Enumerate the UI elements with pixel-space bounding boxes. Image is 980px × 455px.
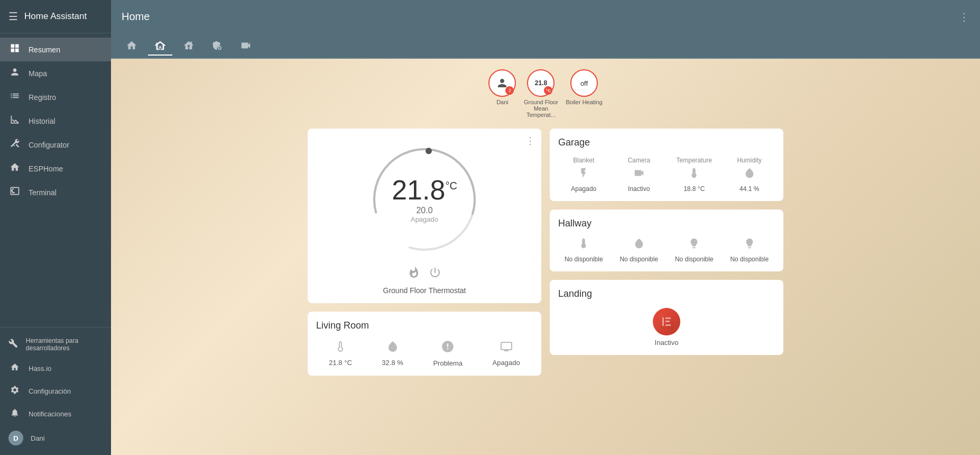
living-room-title: Living Room [316,320,533,331]
dani-badge-circle: 2 [488,69,516,97]
badge-boiler[interactable]: off Boiler Heating [566,69,602,118]
tab-home1[interactable] [119,37,144,56]
dani-badge-dot: 2 [505,86,514,95]
boiler-badge-label: Boiler Heating [566,99,602,105]
video-icon [633,167,645,182]
garage-card: Garage Blanket Apagado Camera [550,129,783,201]
svg-rect-5 [665,317,671,319]
badge-ground-floor[interactable]: 21.8 °C Ground Floor Mean Temperat... [522,69,559,118]
garage-humidity-label: Humidity [737,157,762,164]
gear-icon [8,385,21,397]
sidebar-item-hass[interactable]: Hass.io [0,357,111,380]
garage-sensor-humidity[interactable]: Humidity 44.1 % [724,157,775,193]
garage-sensor-camera[interactable]: Camera Inactivo [614,157,665,193]
thermostat-unit: °C [445,180,457,192]
dani-badge-label: Dani [496,99,509,105]
sidebar-item-terminal[interactable]: Terminal [0,180,111,204]
sidebar-header: ☰ Home Assistant [0,0,111,33]
tools-icon [8,339,19,351]
ground-floor-badge-circle: 21.8 °C [527,69,554,97]
thermostat-mode: Apagado [392,215,457,223]
hallway-sensor-0-value: No disponible [565,256,603,263]
sidebar-bottom: Herramientas para desarrolladores Hass.i… [0,327,111,455]
sidebar-item-registro[interactable]: Registro [0,85,111,109]
tab-camera[interactable] [234,37,258,56]
thermometer-icon-hallway [578,238,589,252]
sidebar-item-herramientas[interactable]: Herramientas para desarrolladores [0,332,111,357]
page-title: Home [122,11,150,23]
grid-icon [8,43,21,56]
hallway-sensors: No disponible No disponible [558,238,775,263]
sidebar: ☰ Home Assistant Resumen Mapa Registro [0,0,111,455]
garage-camera-label: Camera [627,157,650,164]
lr-sensor-problem-value: Problema [433,359,463,367]
sidebar-item-notificaciones[interactable]: Notificaciones [0,403,111,425]
home-icon [8,162,21,175]
garage-title: Garage [558,137,775,148]
lr-sensor-humidity[interactable]: 32.8 % [382,340,403,367]
lr-sensor-temperature[interactable]: 21.8 °C [329,340,352,367]
sidebar-item-user[interactable]: D Dani [0,425,111,451]
flash-icon [578,167,589,182]
thermostat-set-temp: 20.0 [392,206,457,215]
menu-icon[interactable]: ☰ [8,10,18,23]
landing-status: Inactivo [655,339,679,347]
sidebar-item-configuracion[interactable]: Configuración [0,380,111,403]
ground-floor-badge-label: Ground Floor Mean Temperat... [522,99,559,118]
drop-icon-garage [744,167,755,182]
sidebar-item-label-resumen: Resumen [29,46,60,54]
lr-sensor-tv[interactable]: Apagado [493,340,520,367]
sidebar-item-resumen[interactable]: Resumen [0,38,111,61]
hallway-sensor-3-value: No disponible [730,256,769,263]
hallway-sensor-1[interactable]: No disponible [614,238,665,263]
landing-card: Landing [550,280,783,355]
right-column: Garage Blanket Apagado Camera [550,129,783,376]
hallway-sensor-2[interactable]: No disponible [669,238,720,263]
wrench-icon [8,138,21,151]
sidebar-nav: Resumen Mapa Registro Historial Configur… [0,33,111,327]
svg-rect-6 [665,321,670,322]
sidebar-item-label-terminal: Terminal [29,188,57,197]
options-icon[interactable]: ⋮ [959,11,969,23]
bulb-icon-hallway-2 [744,238,755,252]
sidebar-item-label-mapa: Mapa [29,69,47,78]
landing-avatar[interactable] [653,308,680,335]
thermostat-flame-icon[interactable] [408,266,420,282]
terminal-icon [8,186,21,199]
tab-home2[interactable] [148,37,172,56]
thermostat-dial: 21.8°C 20.0 Apagado [366,141,483,258]
sidebar-item-configurator[interactable]: Configurator [0,133,111,157]
lr-sensor-problem[interactable]: Problema [433,340,463,367]
boiler-badge-circle: off [570,69,598,97]
garage-blanket-label: Blanket [573,157,594,164]
bulb-icon-hallway-1 [688,238,700,252]
badge-dani[interactable]: 2 Dani [488,69,516,118]
hallway-sensor-0[interactable]: No disponible [558,238,609,263]
sidebar-item-label-registro: Registro [29,93,56,102]
main-area: Home ⋮ 2 Dani [111,0,980,455]
thermostat-power-icon[interactable] [429,266,441,282]
ground-floor-badge-dot: °C [544,86,552,95]
cards-layout: ⋮ 21.8°C [308,129,783,376]
tab-home4[interactable] [205,37,229,56]
garage-sensor-temperature[interactable]: Temperature 18.8 °C [669,157,720,193]
thermostat-name: Ground Floor Thermostat [383,286,466,295]
sidebar-title: Home Assistant [24,11,87,22]
sidebar-item-label-hass: Hass.io [29,365,51,372]
hallway-sensor-3[interactable]: No disponible [724,238,775,263]
thermometer-icon-garage [688,167,700,182]
sidebar-item-esphome[interactable]: ESPHome [0,157,111,180]
sidebar-item-mapa[interactable]: Mapa [0,61,111,85]
garage-sensor-blanket[interactable]: Blanket Apagado [558,157,609,193]
thermometer-icon [334,340,347,357]
thermostat-menu-icon[interactable]: ⋮ [525,135,535,147]
left-column: ⋮ 21.8°C [308,129,541,376]
tab-bar [111,33,980,59]
garage-humidity-value: 44.1 % [739,185,759,193]
lr-sensor-humidity-value: 32.8 % [382,359,403,367]
garage-sensors: Blanket Apagado Camera Inactivo [558,157,775,193]
lr-sensor-temp-value: 21.8 °C [329,359,352,367]
tab-home3[interactable] [177,37,201,56]
sidebar-item-historial[interactable]: Historial [0,109,111,133]
list-icon [8,90,21,104]
